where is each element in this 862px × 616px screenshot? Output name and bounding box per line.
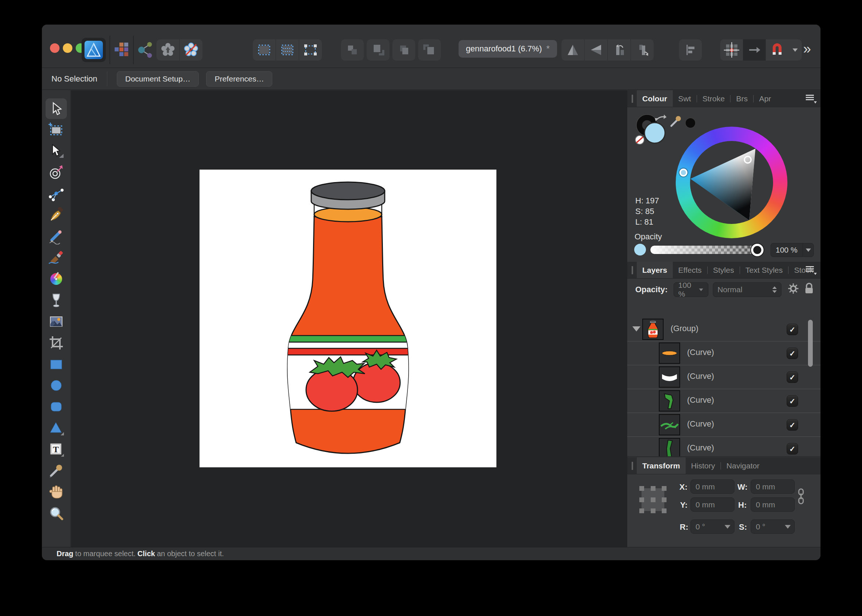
document-setup-button[interactable]: Document Setup… [117,71,199,86]
panel-menu-icon[interactable] [806,266,817,277]
anchor-point-selector[interactable] [638,485,667,514]
pen-node-tool[interactable] [46,184,67,204]
blend-options-gear-icon[interactable] [787,283,799,297]
artboard-tool[interactable] [46,120,67,140]
colour-picker-icon[interactable] [671,116,681,126]
r-field[interactable]: 0 ° [690,519,734,534]
saturation-lightness-triangle[interactable] [676,127,787,238]
layer-row-curve[interactable]: (Curve) ✓ [627,389,821,413]
tab-effects[interactable]: Effects [673,262,707,278]
vector-crop-tool[interactable] [46,333,67,353]
layer-visibility-checkbox[interactable]: ✓ [787,348,798,359]
grid-snap-button[interactable] [720,39,743,61]
layer-thumbnail-orange-ellipse[interactable] [659,343,680,364]
minimize-window-button[interactable] [63,43,72,53]
tab-history[interactable]: History [686,457,720,474]
layer-thumbnail-green-leaf[interactable] [659,390,680,412]
point-transform-tool[interactable] [46,162,67,183]
insert-behind-button[interactable] [743,39,766,61]
artistic-text-tool[interactable]: T [46,439,67,460]
marquee-select-button[interactable] [253,39,276,61]
panel-menu-icon[interactable] [806,94,817,105]
tab-transform[interactable]: Transform [637,457,686,474]
canvas[interactable] [71,90,627,547]
link-dimensions-icon[interactable] [798,488,804,504]
pixel-persona-button[interactable] [112,41,131,59]
vector-brush-tool[interactable] [46,247,67,268]
swap-colours-icon[interactable] [657,117,664,120]
lay er-row-curve[interactable]: (Curve) ✓ [627,413,821,437]
rounded-rectangle-tool[interactable] [46,396,67,417]
artboard[interactable] [200,170,496,467]
tab-stroke[interactable]: Stroke [697,90,730,107]
x-field[interactable]: 0 mm [690,479,734,494]
move-tool[interactable] [46,98,67,119]
fill-tool[interactable] [46,269,67,289]
rotate-cw-button[interactable] [631,39,654,61]
tab-layers[interactable]: Layers [637,262,673,278]
layer-visibility-checkbox[interactable]: ✓ [787,419,798,431]
close-window-button[interactable] [50,43,60,53]
marquee-select-alt-button[interactable] [276,39,299,61]
opacity-field[interactable]: 100 % [771,243,814,257]
layer-thumbnail-white-band[interactable] [659,366,680,388]
colour-wheel[interactable] [676,127,787,238]
panel-grip-icon[interactable] [632,266,633,274]
layer-row-curve[interactable]: (Curve) ✓ [627,341,821,365]
rectangle-tool[interactable] [46,354,67,374]
layer-row-curve[interactable]: (Curve) ✓ [627,437,821,456]
fill-swatch[interactable] [645,123,665,143]
view-tool[interactable] [46,482,67,502]
place-image-tool[interactable] [46,311,67,332]
pen-tool[interactable] [46,205,67,225]
snapping-magnet-button[interactable] [766,39,788,61]
zoom-tool[interactable] [46,503,67,523]
opacity-dropdown[interactable] [802,244,813,257]
no-snapshot-button[interactable] [180,39,202,61]
move-forward-button[interactable] [367,39,389,61]
move-to-front-button[interactable] [341,39,364,61]
document-title[interactable]: gennarofood1 (6.7%) * [459,40,557,58]
blend-mode-dropdown[interactable]: Normal [713,282,782,297]
layers-scrollbar[interactable] [808,320,813,367]
layer-row-group[interactable]: (Group) ✓ [627,317,821,341]
more-tools-chevrons[interactable]: » [803,41,811,56]
alignment-button[interactable] [679,39,702,61]
tab-brushes[interactable]: Brs [730,90,753,107]
layer-row-curve[interactable]: (Curve) ✓ [627,365,821,389]
export-persona-button[interactable] [136,41,154,59]
hue-selector[interactable] [679,168,687,177]
disclosure-triangle-icon[interactable] [632,326,640,332]
tab-navigator[interactable]: Navigator [721,457,765,474]
move-backward-button[interactable] [392,39,415,61]
flip-horizontal-button[interactable] [585,39,607,61]
y-field[interactable]: 0 mm [690,497,734,512]
ellipse-tool[interactable] [46,375,67,396]
opacity-slider-knob[interactable] [751,244,764,256]
layer-thumbnail-bottle[interactable] [642,319,663,340]
opacity-slider[interactable] [650,245,763,255]
layer-thumbnail-green-stalk[interactable] [659,438,680,456]
w-field[interactable]: 0 mm [751,479,795,494]
tab-swatches[interactable]: Swt [673,90,697,107]
move-to-back-button[interactable] [418,39,441,61]
tab-text-styles[interactable]: Text Styles [740,262,788,278]
layers-opacity-dropdown[interactable]: 100 % [673,282,708,297]
designer-persona-button[interactable] [82,38,106,62]
lock-icon[interactable] [804,283,814,297]
preferences-button[interactable]: Preferences… [206,71,272,86]
transparency-tool[interactable] [46,290,67,311]
add-snapshot-button[interactable] [156,39,179,61]
rotate-ccw-button[interactable] [608,39,630,61]
layer-visibility-checkbox[interactable]: ✓ [787,395,798,407]
pencil-tool[interactable] [46,226,67,247]
tab-appearance[interactable]: Apr [753,90,777,107]
h-field[interactable]: 0 mm [751,497,795,512]
node-tool[interactable] [46,141,67,162]
tab-colour[interactable]: Colour [637,90,673,107]
layer-visibility-checkbox[interactable]: ✓ [787,371,798,383]
tab-styles[interactable]: Styles [708,262,740,278]
panel-grip-icon[interactable] [632,95,633,103]
layer-visibility-checkbox[interactable]: ✓ [787,324,798,335]
layer-thumbnail-green-stem[interactable] [659,414,680,435]
